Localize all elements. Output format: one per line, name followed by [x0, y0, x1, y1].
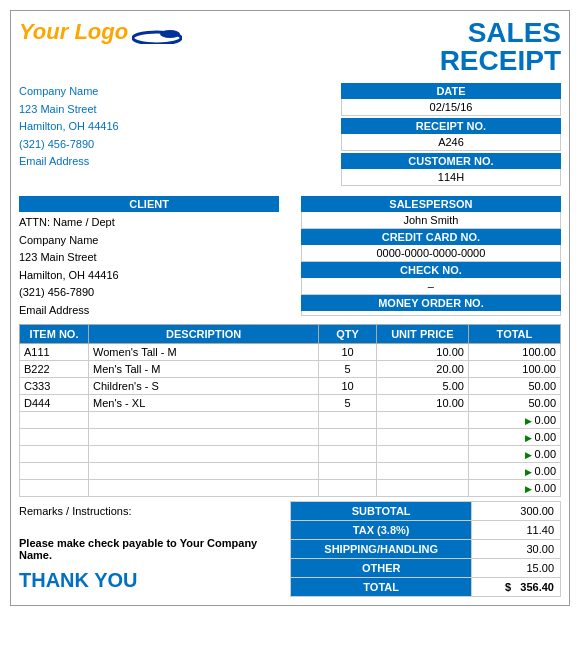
cell-description — [89, 411, 319, 428]
cell-unit-price: 10.00 — [376, 394, 468, 411]
cell-total: 100.00 — [468, 343, 560, 360]
totals-table: SUBTOTAL 300.00 TAX (3.8%) 11.40 SHIPPIN… — [290, 501, 561, 597]
cell-total: ▶ 0.00 — [468, 462, 560, 479]
thank-you: THANK YOU — [19, 569, 279, 592]
company-city: Hamilton, OH 44416 — [19, 118, 119, 136]
money-label: MONEY ORDER NO. — [301, 295, 561, 311]
cell-qty: 10 — [319, 377, 377, 394]
total-symbol: $ — [505, 581, 511, 593]
cell-item-no — [20, 462, 89, 479]
table-row: ▶ 0.00 — [20, 411, 561, 428]
bottom-section: Remarks / Instructions: Please make chec… — [19, 501, 561, 597]
cell-item-no — [20, 445, 89, 462]
company-street: 123 Main Street — [19, 101, 119, 119]
cell-unit-price — [376, 479, 468, 496]
cell-unit-price: 20.00 — [376, 360, 468, 377]
receipt-container: Your Logo SALES RECEIPT Company Name 123… — [10, 10, 570, 606]
client-box: CLIENT ATTN: Name / Dept Company Name 12… — [19, 196, 279, 322]
cc-label: CREDIT CARD NO. — [301, 229, 561, 245]
col-qty: QTY — [319, 324, 377, 343]
cell-unit-price — [376, 462, 468, 479]
salesperson-label: SALESPERSON — [301, 196, 561, 212]
shipping-value: 30.00 — [472, 539, 561, 558]
logo-text: Your Logo — [19, 19, 128, 45]
total-row: TOTAL $ 356.40 — [291, 577, 561, 596]
table-row: ▶ 0.00 — [20, 428, 561, 445]
title-receipt: RECEIPT — [440, 47, 561, 75]
cell-description: Men's - XL — [89, 394, 319, 411]
cell-qty: 10 — [319, 343, 377, 360]
check-value: – — [301, 278, 561, 295]
cell-total: 100.00 — [468, 360, 560, 377]
shipping-label: SHIPPING/HANDLING — [291, 539, 472, 558]
money-value — [301, 311, 561, 316]
client-city: Hamilton, OH 44416 — [19, 267, 279, 285]
cell-unit-price: 5.00 — [376, 377, 468, 394]
total-label: TOTAL — [291, 577, 472, 596]
cell-total: ▶ 0.00 — [468, 411, 560, 428]
receipt-no-label: RECEIPT NO. — [341, 118, 561, 134]
table-row: ▶ 0.00 — [20, 445, 561, 462]
cell-description: Men's Tall - M — [89, 360, 319, 377]
cell-description — [89, 428, 319, 445]
date-label: DATE — [341, 83, 561, 99]
total-amount: 356.40 — [520, 581, 554, 593]
table-row: D444Men's - XL510.0050.00 — [20, 394, 561, 411]
cell-item-no — [20, 428, 89, 445]
other-value: 15.00 — [472, 558, 561, 577]
cell-description — [89, 462, 319, 479]
client-salesperson-section: CLIENT ATTN: Name / Dept Company Name 12… — [19, 196, 561, 322]
left-bottom: Remarks / Instructions: Please make chec… — [19, 501, 279, 592]
cell-unit-price — [376, 428, 468, 445]
salesperson-box: SALESPERSON John Smith CREDIT CARD NO. 0… — [301, 196, 561, 322]
cell-item-no — [20, 479, 89, 496]
cell-total: ▶ 0.00 — [468, 428, 560, 445]
total-value: $ 356.40 — [472, 577, 561, 596]
cell-description — [89, 445, 319, 462]
subtotal-row: SUBTOTAL 300.00 — [291, 501, 561, 520]
col-item-no: ITEM NO. — [20, 324, 89, 343]
table-row: B222Men's Tall - M520.00100.00 — [20, 360, 561, 377]
cell-qty: 5 — [319, 360, 377, 377]
cell-description: Children's - S — [89, 377, 319, 394]
check-label: CHECK NO. — [301, 262, 561, 278]
client-street: 123 Main Street — [19, 249, 279, 267]
col-description: DESCRIPTION — [89, 324, 319, 343]
col-unit-price: UNIT PRICE — [376, 324, 468, 343]
customer-no-value: 114H — [341, 169, 561, 186]
client-company: Company Name — [19, 232, 279, 250]
cell-description: Women's Tall - M — [89, 343, 319, 360]
logo-swoosh-icon — [132, 26, 182, 44]
date-value: 02/15/16 — [341, 99, 561, 116]
customer-no-label: CUSTOMER NO. — [341, 153, 561, 169]
company-info: Company Name 123 Main Street Hamilton, O… — [19, 83, 119, 188]
check-payable: Please make check payable to Your Compan… — [19, 537, 279, 561]
cell-item-no: D444 — [20, 394, 89, 411]
client-phone: (321) 456-7890 — [19, 284, 279, 302]
client-attn: ATTN: Name / Dept — [19, 214, 279, 232]
cell-qty: 5 — [319, 394, 377, 411]
payable-text: Please make check payable to — [19, 537, 177, 549]
client-email: Email Address — [19, 302, 279, 320]
date-block: DATE 02/15/16 RECEIPT NO. A246 CUSTOMER … — [341, 83, 561, 188]
cell-qty — [319, 462, 377, 479]
remarks-label: Remarks / Instructions: — [19, 505, 279, 517]
tax-label: TAX (3.8%) — [291, 520, 472, 539]
receipt-title: SALES RECEIPT — [440, 19, 561, 75]
right-bottom: SUBTOTAL 300.00 TAX (3.8%) 11.40 SHIPPIN… — [290, 501, 561, 597]
cell-unit-price — [376, 445, 468, 462]
cell-total: ▶ 0.00 — [468, 445, 560, 462]
subtotal-value: 300.00 — [472, 501, 561, 520]
logo-area: Your Logo — [19, 19, 182, 45]
cell-qty — [319, 428, 377, 445]
cell-item-no: A111 — [20, 343, 89, 360]
client-label: CLIENT — [19, 196, 279, 212]
shipping-row: SHIPPING/HANDLING 30.00 — [291, 539, 561, 558]
company-email: Email Address — [19, 153, 119, 171]
cell-total: ▶ 0.00 — [468, 479, 560, 496]
company-phone: (321) 456-7890 — [19, 136, 119, 154]
cell-qty — [319, 411, 377, 428]
table-row: ▶ 0.00 — [20, 462, 561, 479]
cell-total: 50.00 — [468, 377, 560, 394]
cell-total: 50.00 — [468, 394, 560, 411]
